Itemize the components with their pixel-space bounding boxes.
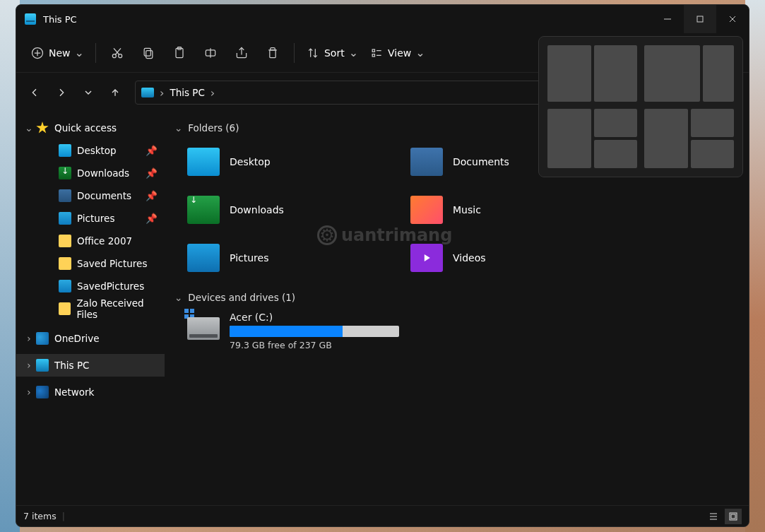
chevron-down-icon: ⌄	[75, 46, 84, 59]
onedrive-icon	[36, 332, 49, 345]
folder-videos[interactable]: Videos	[410, 238, 629, 278]
chevron-right-icon[interactable]: ›	[23, 333, 35, 344]
this-pc-icon	[36, 359, 49, 372]
status-items: 7 items	[23, 511, 57, 521]
folder-label: Music	[453, 204, 481, 215]
downloads-icon	[59, 167, 71, 179]
drive-c[interactable]: Acer (C:) 79.3 GB free of 237 GB	[187, 312, 739, 350]
snap-layout-half[interactable]	[547, 45, 637, 102]
up-button[interactable]	[102, 80, 128, 105]
chevron-down-icon: ⌄	[174, 122, 182, 134]
sidebar-item-downloads[interactable]: Downloads 📌	[16, 162, 165, 184]
cut-button[interactable]	[103, 39, 131, 67]
sidebar-label: Pictures	[77, 213, 114, 224]
snap-layout-three[interactable]	[547, 109, 637, 168]
chevron-down-icon: ⌄	[174, 292, 182, 303]
sidebar-label: Network	[54, 386, 94, 398]
desktop-icon	[187, 148, 220, 176]
sidebar-label: Zalo Received Files	[76, 297, 165, 320]
sidebar-label: Saved Pictures	[77, 258, 147, 269]
folder-music[interactable]: Music	[410, 190, 629, 230]
titlebar: This PC	[16, 5, 749, 33]
close-button[interactable]	[716, 5, 749, 33]
sidebar-item-zalo[interactable]: Zalo Received Files	[16, 297, 165, 320]
status-bar: 7 items |	[16, 505, 749, 526]
sidebar-label: Office 2007	[77, 235, 132, 247]
pin-icon: 📌	[146, 213, 158, 224]
sidebar-quick-access[interactable]: ⌄ Quick access	[16, 117, 165, 139]
recent-dropdown[interactable]	[76, 80, 101, 105]
desktop-icon	[59, 144, 71, 157]
maximize-button[interactable]	[684, 5, 716, 33]
this-pc-icon	[25, 13, 36, 25]
svg-rect-18	[372, 49, 374, 52]
sidebar-item-savedpictures[interactable]: SavedPictures	[16, 275, 165, 297]
sidebar-label: Documents	[77, 190, 131, 201]
folder-icon	[59, 302, 71, 315]
chevron-right-icon[interactable]: ›	[23, 360, 35, 371]
folder-downloads[interactable]: Downloads	[187, 190, 406, 230]
sidebar-item-desktop[interactable]: Desktop 📌	[16, 139, 165, 162]
sidebar-onedrive[interactable]: › OneDrive	[16, 327, 165, 350]
new-button[interactable]: New ⌄	[26, 39, 88, 67]
sort-button[interactable]: Sort ⌄	[302, 39, 362, 67]
documents-icon	[410, 148, 443, 176]
sidebar-label: Quick access	[54, 122, 117, 134]
star-icon	[36, 122, 49, 134]
paste-button[interactable]	[165, 39, 194, 67]
sidebar-label: Desktop	[77, 145, 117, 156]
drive-info: Acer (C:) 79.3 GB free of 237 GB	[230, 312, 399, 350]
pin-icon: 📌	[146, 190, 158, 201]
sidebar-label: This PC	[54, 360, 89, 371]
music-icon	[410, 196, 443, 224]
folder-desktop[interactable]: Desktop	[187, 142, 406, 182]
chevron-right-icon[interactable]: ›	[23, 386, 35, 398]
thumbnails-view-button[interactable]	[725, 509, 742, 524]
minimize-button[interactable]	[651, 5, 684, 33]
pictures-icon	[59, 212, 71, 225]
snap-layout-threesplit[interactable]	[644, 109, 734, 168]
sidebar-network[interactable]: › Network	[16, 381, 165, 403]
separator	[294, 43, 295, 63]
separator	[95, 43, 96, 63]
view-label: View	[388, 47, 411, 59]
sidebar-item-documents[interactable]: Documents 📌	[16, 184, 165, 207]
back-button[interactable]	[22, 80, 47, 105]
breadcrumb[interactable]: This PC	[170, 87, 204, 98]
disk-icon	[187, 317, 220, 340]
copy-button[interactable]	[134, 39, 162, 67]
snap-layouts-popup	[538, 36, 743, 177]
view-button[interactable]: View ⌄	[365, 39, 429, 67]
folder-label: Desktop	[230, 156, 271, 167]
folder-icon	[59, 257, 71, 270]
chevron-down-icon[interactable]: ⌄	[23, 122, 35, 134]
svg-rect-17	[270, 49, 275, 57]
new-label: New	[49, 47, 71, 59]
sidebar-item-pictures[interactable]: Pictures 📌	[16, 207, 165, 230]
share-button[interactable]	[227, 39, 256, 67]
navigation-pane: ⌄ Quick access Desktop 📌 Downloads 📌 Doc…	[16, 112, 165, 505]
sidebar-item-office[interactable]: Office 2007	[16, 230, 165, 252]
chevron-down-icon: ⌄	[415, 46, 425, 59]
pictures-icon	[187, 244, 220, 272]
forward-button[interactable]	[49, 80, 74, 105]
rename-button[interactable]	[196, 39, 225, 67]
sidebar-this-pc[interactable]: › This PC	[16, 354, 165, 377]
svg-rect-28	[731, 514, 735, 519]
folder-label: Downloads	[230, 204, 284, 215]
group-label: Devices and drives (1)	[188, 292, 295, 303]
folder-icon	[59, 235, 71, 247]
details-view-button[interactable]	[705, 509, 722, 524]
drive-usage-fill	[230, 326, 343, 337]
sidebar-item-saved-pictures[interactable]: Saved Pictures	[16, 252, 165, 275]
videos-icon	[410, 244, 443, 272]
chevron-right-icon: ›	[160, 86, 164, 100]
group-header-drives[interactable]: ⌄ Devices and drives (1)	[174, 292, 739, 303]
folder-pictures[interactable]: Pictures	[187, 238, 406, 278]
svg-rect-12	[144, 48, 150, 56]
sidebar-label: OneDrive	[54, 333, 99, 344]
delete-button[interactable]	[259, 39, 287, 67]
pin-icon: 📌	[146, 145, 158, 156]
window-controls	[651, 5, 749, 33]
snap-layout-twothirds[interactable]	[644, 45, 734, 102]
